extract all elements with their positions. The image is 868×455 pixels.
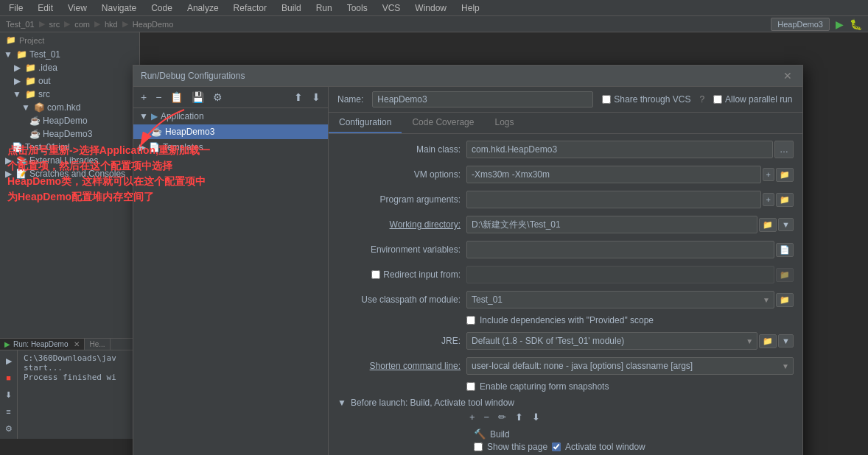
- move-up-button[interactable]: ⬆: [291, 90, 306, 105]
- program-args-input[interactable]: [466, 191, 761, 208]
- env-vars-input[interactable]: [466, 241, 774, 258]
- menu-help[interactable]: Help: [458, 1, 483, 15]
- run-scroll-button[interactable]: ⬇: [1, 387, 16, 402]
- enable-capturing-label: Enable capturing form snapshots: [480, 381, 609, 392]
- breadcrumb-heapdemo[interactable]: HeapDemo: [133, 20, 174, 29]
- run-filter-button[interactable]: ≡: [1, 404, 16, 419]
- vm-expand-button[interactable]: +: [763, 168, 774, 181]
- share-through-vcs-checkbox[interactable]: [602, 95, 611, 104]
- breadcrumb-com[interactable]: com: [74, 20, 90, 29]
- shorten-cmd-label[interactable]: Shorten command line:: [337, 361, 466, 371]
- enable-capturing-checkbox[interactable]: [466, 382, 475, 391]
- jre-select[interactable]: Default (1.8 - SDK of 'Test_01' module): [466, 332, 757, 350]
- tab-configuration[interactable]: Configuration: [329, 113, 402, 133]
- copy-config-button[interactable]: 📋: [167, 90, 186, 105]
- tree-item-comhkd[interactable]: ▼ 📦 com.hkd: [0, 101, 139, 114]
- add-config-button[interactable]: +: [138, 90, 150, 105]
- name-input[interactable]: [372, 91, 593, 107]
- menu-tools[interactable]: Tools: [344, 1, 371, 15]
- before-launch-add-button[interactable]: +: [466, 411, 478, 423]
- working-dir-browse-button[interactable]: 📁: [759, 218, 777, 232]
- run-debug-dialog: Run/Debug Configurations ✕ + − 📋 💾 ⚙ ⬆ ⬇: [133, 65, 803, 455]
- menu-code[interactable]: Code: [148, 1, 175, 15]
- breadcrumb-hkd[interactable]: hkd: [105, 20, 118, 29]
- env-vars-label: Environment variables:: [337, 244, 466, 255]
- working-dir-label[interactable]: Working directory:: [337, 219, 466, 230]
- chevron-down-icon: ▼: [337, 398, 346, 408]
- run-side-toolbar: ▶ ■ ⬇ ≡ ⚙: [0, 350, 18, 439]
- menu-navigate[interactable]: Navigate: [99, 1, 139, 15]
- working-dir-input[interactable]: [466, 216, 757, 233]
- show-page-row: Show this page Activate tool window: [337, 442, 794, 452]
- env-vars-row: Environment variables: 📄: [337, 240, 794, 259]
- save-config-button[interactable]: 💾: [189, 90, 207, 105]
- breadcrumb-project[interactable]: Test_01: [6, 20, 35, 29]
- breadcrumb-src[interactable]: src: [49, 20, 60, 29]
- tree-item-heapdemo3[interactable]: ☕ HeapDemo3: [0, 127, 139, 141]
- working-dir-expand-button[interactable]: ▼: [778, 218, 794, 231]
- close-tab-icon[interactable]: ✕: [74, 340, 80, 348]
- menu-window[interactable]: Window: [412, 1, 449, 15]
- move-down-button[interactable]: ⬇: [309, 90, 323, 105]
- redirect-input-checkbox[interactable]: [371, 270, 380, 279]
- redirect-browse-button[interactable]: 📁: [776, 268, 794, 282]
- activate-tool-checkbox[interactable]: [552, 442, 561, 451]
- menu-edit[interactable]: Edit: [35, 1, 56, 15]
- before-launch-remove-button[interactable]: −: [481, 411, 493, 423]
- tree-item-out[interactable]: ▶ 📁 out: [0, 74, 139, 88]
- before-launch-down-button[interactable]: ⬇: [529, 411, 543, 423]
- menu-vcs[interactable]: VCS: [379, 1, 404, 15]
- run-play-button[interactable]: ▶: [1, 353, 16, 368]
- run-config-selector[interactable]: HeapDemo3: [771, 18, 830, 31]
- dialog-close-button[interactable]: ✕: [780, 70, 795, 82]
- jre-dropdown-button[interactable]: ▼: [778, 334, 794, 348]
- before-launch-header[interactable]: ▼ Before launch: Build, Activate tool wi…: [337, 398, 794, 408]
- run-button[interactable]: ▶: [836, 18, 844, 30]
- vm-options-input[interactable]: [466, 166, 761, 183]
- shorten-cmd-select[interactable]: user-local default: none - java [options…: [466, 357, 794, 375]
- tab-logs[interactable]: Logs: [484, 113, 524, 133]
- menu-build[interactable]: Build: [279, 1, 304, 15]
- vm-options-row: VM options: + 📁: [337, 165, 794, 184]
- run-settings-button[interactable]: ⚙: [1, 421, 16, 436]
- include-deps-checkbox[interactable]: [466, 316, 475, 325]
- tree-item-idea[interactable]: ▶ 📁 .idea: [0, 61, 139, 74]
- args-expand-button[interactable]: +: [763, 193, 774, 206]
- include-deps-label: Include dependencies with "Provided" sco…: [480, 315, 654, 325]
- vm-browse-button[interactable]: 📁: [776, 168, 794, 182]
- tree-item-src[interactable]: ▼ 📁 src: [0, 88, 139, 101]
- debug-button[interactable]: 🐛: [850, 18, 862, 30]
- project-label: Project: [19, 36, 44, 45]
- jre-browse-button[interactable]: 📁: [759, 334, 777, 348]
- classpath-select[interactable]: Test_01: [466, 291, 774, 308]
- annotation-text: 点击加号重新->选择Application,重新加载一个配置项，然后在这个配置项…: [7, 143, 214, 205]
- before-launch-up-button[interactable]: ⬆: [512, 411, 526, 423]
- run-tab-he[interactable]: He...: [85, 339, 110, 350]
- config-panel: Name: Share through VCS ? Allow parallel…: [329, 87, 802, 455]
- menu-analyze[interactable]: Analyze: [184, 1, 222, 15]
- menu-run[interactable]: Run: [313, 1, 335, 15]
- run-stop-button[interactable]: ■: [1, 370, 16, 385]
- settings-config-button[interactable]: ⚙: [210, 90, 225, 105]
- before-launch-edit-button[interactable]: ✏: [495, 411, 509, 423]
- main-class-browse-button[interactable]: …: [774, 141, 794, 158]
- run-tab-heapdemo[interactable]: ▶ Run: HeapDemo ✕: [0, 339, 85, 350]
- tab-code-coverage[interactable]: Code Coverage: [402, 113, 484, 133]
- menu-file[interactable]: File: [6, 1, 26, 15]
- allow-parallel-checkbox[interactable]: [713, 95, 722, 104]
- show-page-checkbox[interactable]: [474, 442, 483, 451]
- help-icon[interactable]: ?: [699, 94, 704, 105]
- tree-item-test01[interactable]: ▼ 📁 Test_01: [0, 48, 139, 61]
- classpath-browse-button[interactable]: 📁: [776, 293, 794, 307]
- menu-refactor[interactable]: Refactor: [231, 1, 270, 15]
- project-icon: 📁: [6, 35, 16, 45]
- tree-item-heapdemo[interactable]: ☕ HeapDemo: [0, 114, 139, 127]
- main-class-input[interactable]: [466, 141, 773, 158]
- args-browse-button[interactable]: 📁: [776, 193, 794, 207]
- remove-config-button[interactable]: −: [153, 90, 164, 105]
- env-browse-button[interactable]: 📄: [776, 243, 794, 257]
- menu-view[interactable]: View: [65, 1, 90, 15]
- project-header[interactable]: 📁 Project: [0, 32, 139, 48]
- share-through-vcs-label: Share through VCS: [602, 94, 690, 105]
- redirect-input-field[interactable]: [466, 266, 774, 283]
